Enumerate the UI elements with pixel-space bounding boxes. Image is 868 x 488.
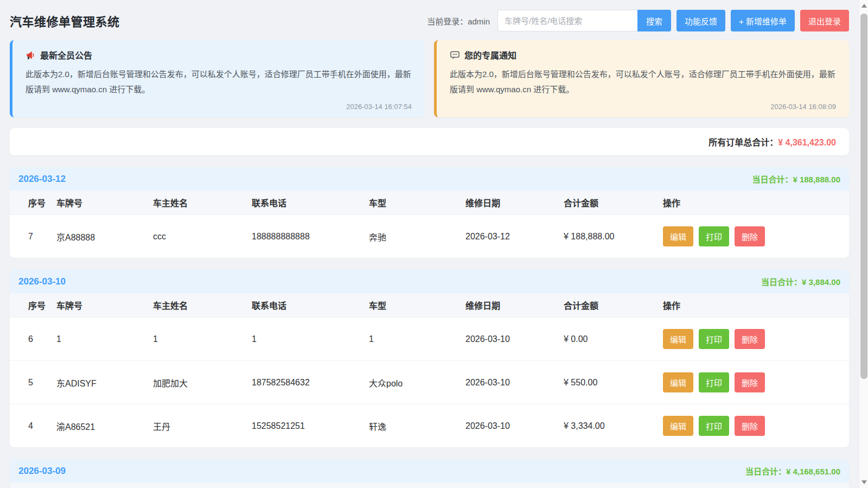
vertical-scrollbar[interactable]	[859, 0, 868, 488]
cell-model: 1	[363, 318, 460, 361]
column-header: 联系电话	[246, 191, 363, 215]
cell-owner: 加肥加大	[148, 361, 246, 404]
add-repair-order-button[interactable]: + 新增维修单	[731, 10, 795, 31]
speech-bubble-icon	[450, 50, 460, 60]
table-row: 5东ADISYF加肥加大187582584632大众polo2026-03-10…	[10, 361, 849, 404]
day-total: 当日合计：¥ 188,888.00	[752, 173, 840, 185]
column-header: 车型	[363, 293, 460, 318]
notice-body: 此版本为2.0，新增后台账号管理和公告发布，可以私发个人账号，适合修理厂员工带手…	[450, 67, 836, 97]
scroll-up-arrow-icon[interactable]	[861, 4, 867, 8]
edit-button[interactable]: 编辑	[663, 372, 693, 392]
cell-amount: ¥ 3,334.00	[558, 404, 658, 448]
top-bar: 汽车维修单管理系统 当前登录：admin 搜索 功能反馈 + 新增维修单 退出登…	[10, 0, 849, 40]
column-header: 车牌号	[51, 483, 148, 488]
day-total-amount: ¥ 188,888.00	[793, 175, 840, 184]
cell-repair-date: 2026-03-10	[460, 318, 558, 361]
column-header: 维修日期	[460, 293, 558, 318]
print-button[interactable]: 打印	[699, 329, 729, 349]
repair-orders-table: 序号车牌号车主姓名联系电话车型维修日期合计金额操作 3渝A88888好地方185…	[10, 483, 849, 488]
day-group-card: 2026-03-12 当日合计：¥ 188,888.00 序号车牌号车主姓名联系…	[10, 167, 849, 258]
cell-actions: 编辑打印删除	[658, 361, 849, 404]
cell-model: 大众polo	[363, 361, 460, 404]
column-header: 序号	[10, 293, 51, 318]
column-header: 车牌号	[51, 293, 148, 318]
print-button[interactable]: 打印	[699, 226, 729, 246]
cell-model: 轩逸	[363, 404, 460, 448]
day-total-label: 当日合计：	[761, 277, 802, 287]
day-total-amount: ¥ 3,884.00	[802, 277, 840, 287]
edit-button[interactable]: 编辑	[663, 329, 693, 349]
repair-orders-table: 序号车牌号车主姓名联系电话车型维修日期合计金额操作 7京A88888ccc188…	[10, 191, 849, 258]
cell-phone: 188888888888	[246, 215, 363, 258]
cell-phone: 1	[246, 318, 363, 361]
personal-notification-card: 您的专属通知 此版本为2.0，新增后台账号管理和公告发布，可以私发个人账号，适合…	[434, 40, 849, 117]
cell-seq: 5	[10, 361, 51, 404]
delete-button[interactable]: 删除	[735, 329, 765, 349]
global-announcement-card: 最新全员公告 此版本为2.0，新增后台账号管理和公告发布，可以私发个人账号，适合…	[10, 40, 425, 117]
cell-owner: 王丹	[148, 404, 246, 448]
cell-plate: 渝A86521	[51, 404, 148, 448]
search-input[interactable]	[497, 10, 637, 31]
table-row: 7京A88888ccc188888888888奔驰2026-03-12¥ 188…	[10, 215, 849, 258]
scrollbar-thumb[interactable]	[860, 14, 867, 379]
print-button[interactable]: 打印	[699, 372, 729, 392]
notices: 最新全员公告 此版本为2.0，新增后台账号管理和公告发布，可以私发个人账号，适合…	[10, 40, 849, 117]
cell-owner: 1	[148, 318, 246, 361]
day-date: 2026-03-09	[18, 466, 66, 477]
day-total: 当日合计：¥ 3,884.00	[761, 276, 840, 287]
scroll-down-arrow-icon[interactable]	[861, 480, 867, 484]
cell-plate: 东ADISYF	[51, 361, 148, 404]
column-header: 车主姓名	[148, 293, 246, 318]
day-date: 2026-03-12	[18, 174, 66, 185]
feedback-button[interactable]: 功能反馈	[676, 10, 725, 31]
notice-header: 最新全员公告	[25, 48, 412, 61]
table-row: 4渝A86521王丹15258521251轩逸2026-03-10¥ 3,334…	[10, 404, 849, 448]
column-header: 车主姓名	[148, 483, 246, 488]
column-header: 车型	[363, 191, 460, 215]
cell-repair-date: 2026-03-10	[460, 404, 558, 448]
column-header: 维修日期	[460, 483, 558, 488]
delete-button[interactable]: 删除	[735, 372, 765, 392]
column-header: 操作	[658, 293, 849, 318]
cell-seq: 7	[10, 215, 51, 258]
search-button[interactable]: 搜索	[637, 10, 671, 31]
day-header-bar: 2026-03-09 当日合计：¥ 4,168,651.00	[10, 459, 849, 483]
column-header: 操作	[658, 191, 849, 215]
column-header: 车型	[363, 483, 460, 488]
day-total-label: 当日合计：	[745, 467, 786, 476]
day-sections: 2026-03-12 当日合计：¥ 188,888.00 序号车牌号车主姓名联系…	[10, 167, 849, 488]
cell-amount: ¥ 550.00	[558, 361, 658, 404]
edit-button[interactable]: 编辑	[663, 416, 693, 436]
cell-repair-date: 2026-03-12	[460, 215, 558, 258]
notice-header: 您的专属通知	[450, 48, 836, 61]
table-row: 611112026-03-10¥ 0.00编辑打印删除	[10, 318, 849, 361]
day-date: 2026-03-10	[18, 276, 66, 287]
table-header-row: 序号车牌号车主姓名联系电话车型维修日期合计金额操作	[10, 293, 849, 318]
repair-orders-table: 序号车牌号车主姓名联系电话车型维修日期合计金额操作 611112026-03-1…	[10, 293, 849, 447]
cell-actions: 编辑打印删除	[658, 318, 849, 361]
login-username: admin	[468, 17, 490, 26]
print-button[interactable]: 打印	[699, 416, 729, 436]
day-header-bar: 2026-03-10 当日合计：¥ 3,884.00	[10, 270, 849, 293]
grand-total-label: 所有订单总合计：	[709, 138, 778, 147]
cell-model: 奔驰	[363, 215, 460, 258]
column-header: 合计金额	[558, 483, 658, 488]
cell-actions: 编辑打印删除	[658, 404, 849, 448]
column-header: 车主姓名	[148, 191, 246, 215]
column-header: 联系电话	[246, 483, 363, 488]
day-total-amount: ¥ 4,168,651.00	[786, 467, 840, 476]
column-header: 合计金额	[558, 191, 658, 215]
edit-button[interactable]: 编辑	[663, 226, 693, 246]
cell-repair-date: 2026-03-10	[460, 361, 558, 404]
page: 汽车维修单管理系统 当前登录：admin 搜索 功能反馈 + 新增维修单 退出登…	[0, 0, 868, 488]
orders-grand-total-bar: 所有订单总合计：¥ 4,361,423.00	[10, 128, 849, 155]
table-header-row: 序号车牌号车主姓名联系电话车型维修日期合计金额操作	[10, 483, 849, 488]
day-header-bar: 2026-03-12 当日合计：¥ 188,888.00	[10, 167, 849, 191]
cell-owner: ccc	[148, 215, 246, 258]
logout-button[interactable]: 退出登录	[800, 10, 849, 31]
delete-button[interactable]: 删除	[735, 226, 765, 246]
day-total-label: 当日合计：	[752, 175, 793, 184]
delete-button[interactable]: 删除	[735, 416, 765, 436]
cell-plate: 京A88888	[51, 215, 148, 258]
top-right-controls: 当前登录：admin 搜索 功能反馈 + 新增维修单 退出登录	[427, 10, 849, 31]
